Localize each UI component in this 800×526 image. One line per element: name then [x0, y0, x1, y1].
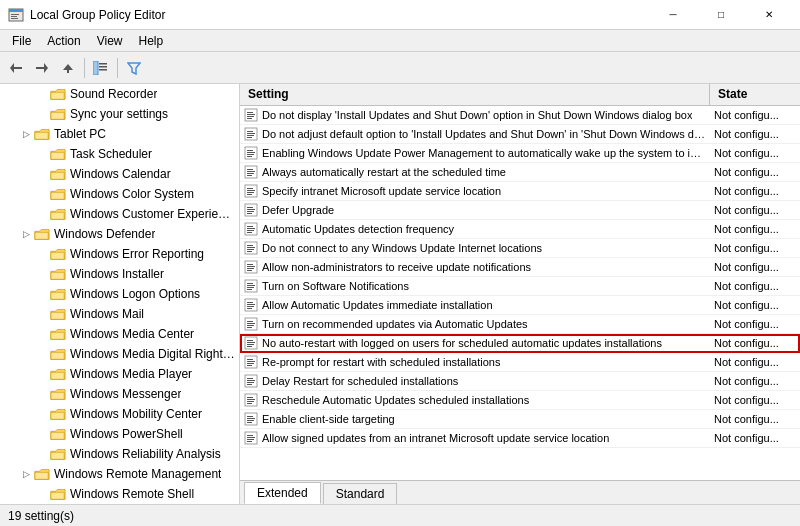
svg-rect-45	[247, 213, 252, 214]
expand-icon[interactable]: ▷	[20, 228, 32, 240]
table-row[interactable]: Turn on Software Notifications Not confi…	[240, 277, 800, 296]
cell-state: Not configu...	[710, 145, 800, 161]
tree-item-windows-logon[interactable]: Windows Logon Options	[0, 284, 239, 304]
svg-rect-14	[99, 69, 107, 71]
menu-help[interactable]: Help	[131, 32, 172, 50]
tree-item-label: Windows Reliability Analysis	[70, 447, 221, 461]
close-button[interactable]: ✕	[746, 0, 792, 30]
table-row[interactable]: Defer Upgrade Not configu...	[240, 201, 800, 220]
tree-item-tablet-pc[interactable]: ▷ Tablet PC	[0, 124, 239, 144]
cell-setting: Allow non-administrators to receive upda…	[240, 258, 710, 276]
tree-item-windows-error[interactable]: Windows Error Reporting	[0, 244, 239, 264]
svg-rect-85	[247, 365, 252, 366]
tree-panel[interactable]: Sound Recorder Sync your settings▷ Table…	[0, 84, 240, 504]
window-controls: ─ □ ✕	[650, 0, 792, 30]
tree-item-windows-reliability[interactable]: Windows Reliability Analysis	[0, 444, 239, 464]
table-row[interactable]: Always automatically restart at the sche…	[240, 163, 800, 182]
svg-rect-33	[247, 171, 255, 172]
folder-icon	[34, 226, 50, 242]
table-row[interactable]: Allow signed updates from an intranet Mi…	[240, 429, 800, 448]
table-row[interactable]: Re-prompt for restart with scheduled ins…	[240, 353, 800, 372]
tree-item-label: Windows Mobility Center	[70, 407, 202, 421]
tree-item-windows-media-player[interactable]: Windows Media Player	[0, 364, 239, 384]
tree-item-label: Windows Remote Shell	[70, 487, 194, 501]
tree-item-label: Sync your settings	[70, 107, 168, 121]
svg-rect-48	[247, 228, 255, 229]
expand-icon[interactable]: ▷	[20, 128, 32, 140]
app-icon	[8, 7, 24, 23]
tree-item-task-scheduler[interactable]: Task Scheduler	[0, 144, 239, 164]
tree-item-windows-installer[interactable]: Windows Installer	[0, 264, 239, 284]
up-button[interactable]	[56, 56, 80, 80]
table-row[interactable]: Delay Restart for scheduled installation…	[240, 372, 800, 391]
tree-item-windows-mail[interactable]: Windows Mail	[0, 304, 239, 324]
tree-item-windows-color[interactable]: Windows Color System	[0, 184, 239, 204]
svg-rect-70	[247, 308, 252, 309]
policy-icon	[244, 374, 258, 388]
svg-rect-78	[247, 342, 255, 343]
policy-icon	[244, 108, 258, 122]
tree-item-windows-calendar[interactable]: Windows Calendar	[0, 164, 239, 184]
svg-rect-52	[247, 245, 253, 246]
table-row[interactable]: Do not adjust default option to 'Install…	[240, 125, 800, 144]
cell-state: Not configu...	[710, 297, 800, 313]
tree-item-label: Windows Logon Options	[70, 287, 200, 301]
tab-standard[interactable]: Standard	[323, 483, 398, 504]
tree-item-windows-defender[interactable]: ▷ Windows Defender	[0, 224, 239, 244]
minimize-button[interactable]: ─	[650, 0, 696, 30]
settings-table[interactable]: Setting State Do not display 'Install Up…	[240, 84, 800, 480]
cell-state: Not configu...	[710, 335, 800, 351]
policy-icon	[244, 317, 258, 331]
menu-file[interactable]: File	[4, 32, 39, 50]
svg-rect-8	[36, 67, 44, 69]
table-row[interactable]: Do not connect to any Windows Update Int…	[240, 239, 800, 258]
tree-item-windows-mobility[interactable]: Windows Mobility Center	[0, 404, 239, 424]
policy-icon	[244, 412, 258, 426]
settings-panel: Setting State Do not display 'Install Up…	[240, 84, 800, 504]
policy-icon	[244, 241, 258, 255]
cell-setting: Specify intranet Microsoft update servic…	[240, 182, 710, 200]
tree-item-windows-customer[interactable]: Windows Customer Experience I...	[0, 204, 239, 224]
tree-item-windows-messenger[interactable]: Windows Messenger	[0, 384, 239, 404]
table-row[interactable]: Specify intranet Microsoft update servic…	[240, 182, 800, 201]
back-button[interactable]	[4, 56, 28, 80]
menu-action[interactable]: Action	[39, 32, 88, 50]
svg-rect-47	[247, 226, 253, 227]
maximize-button[interactable]: □	[698, 0, 744, 30]
svg-rect-43	[247, 209, 255, 210]
table-row[interactable]: Enable client-side targeting Not configu…	[240, 410, 800, 429]
folder-icon	[34, 466, 50, 482]
table-row[interactable]: No auto-restart with logged on users for…	[240, 334, 800, 353]
show-hide-button[interactable]	[89, 56, 113, 80]
tree-item-sync-settings[interactable]: Sync your settings	[0, 104, 239, 124]
col-header-setting[interactable]: Setting	[240, 84, 710, 105]
forward-button[interactable]	[30, 56, 54, 80]
tree-item-label: Windows Messenger	[70, 387, 181, 401]
svg-rect-67	[247, 302, 253, 303]
tree-item-windows-media-drm[interactable]: Windows Media Digital Rights M...	[0, 344, 239, 364]
table-row[interactable]: Automatic Updates detection frequency No…	[240, 220, 800, 239]
menu-view[interactable]: View	[89, 32, 131, 50]
svg-marker-7	[44, 63, 48, 73]
svg-rect-19	[247, 116, 254, 117]
table-row[interactable]: Turn on recommended updates via Automati…	[240, 315, 800, 334]
tree-item-label: Windows Media Digital Rights M...	[70, 347, 235, 361]
table-row[interactable]: Enabling Windows Update Power Management…	[240, 144, 800, 163]
tree-item-windows-remote-mgmt[interactable]: ▷ Windows Remote Management	[0, 464, 239, 484]
tab-extended[interactable]: Extended	[244, 482, 321, 504]
folder-icon	[50, 426, 66, 442]
table-row[interactable]: Do not display 'Install Updates and Shut…	[240, 106, 800, 125]
tree-item-windows-remote-shell[interactable]: Windows Remote Shell	[0, 484, 239, 504]
filter-button[interactable]	[122, 56, 146, 80]
expand-icon[interactable]: ▷	[20, 468, 32, 480]
tree-item-sound-recorder[interactable]: Sound Recorder	[0, 84, 239, 104]
folder-icon	[50, 86, 66, 102]
table-row[interactable]: Allow Automatic Updates immediate instal…	[240, 296, 800, 315]
toolbar-separator-2	[117, 58, 118, 78]
table-row[interactable]: Reschedule Automatic Updates scheduled i…	[240, 391, 800, 410]
tree-item-windows-media-center[interactable]: Windows Media Center	[0, 324, 239, 344]
table-row[interactable]: Allow non-administrators to receive upda…	[240, 258, 800, 277]
col-header-state[interactable]: State	[710, 84, 800, 105]
tree-item-windows-powershell[interactable]: Windows PowerShell	[0, 424, 239, 444]
svg-rect-24	[247, 135, 254, 136]
